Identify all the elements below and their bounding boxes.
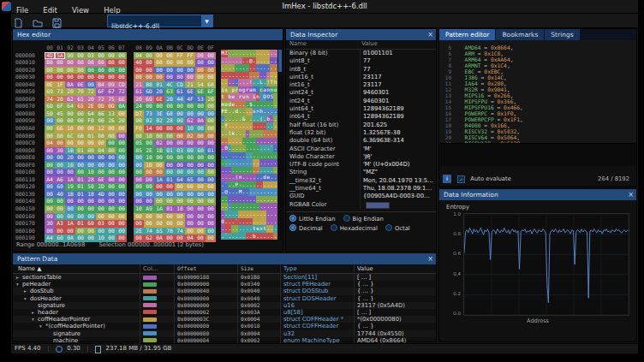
close-icon[interactable]: × (427, 253, 433, 264)
code-line[interactable]: 8 ARMNT = 0x1C4, (439, 60, 636, 66)
inspector-row[interactable]: double (64 bit)6.36963E-314 (286, 137, 436, 145)
color-swatch (366, 202, 390, 209)
pattern-row[interactable]: signature0x000000800x0004u3217744 (0x455… (13, 330, 436, 337)
tab-strings[interactable]: Strings (545, 29, 579, 40)
auto-evaluate-label: Auto evaluate (470, 175, 511, 182)
hex-scrollbar[interactable] (278, 50, 282, 240)
pattern-editor-statusbar: i ✓ Auto evaluate 264 / 8192 (439, 173, 636, 185)
pattern-color-swatch (143, 338, 157, 342)
pattern-row[interactable]: ▸dosStub0x000000400x0040struct DOSStub{ … (13, 288, 436, 294)
tree-arrow-icon[interactable]: ▾ (39, 323, 45, 329)
code-line[interactable]: 10 I386 = 0x14C, (439, 72, 636, 78)
code-line[interactable]: 7 ARM64 = 0xAA64, (439, 54, 636, 60)
pattern-color-swatch (143, 317, 157, 322)
hex-footer: Range 000000..1A0698 Selection 000000..0… (13, 240, 283, 250)
inspector-row[interactable]: __time32_tMon, 20.04.1970 13:51:41 (286, 177, 436, 185)
inspector-row[interactable]: RGBA8 Color (286, 201, 436, 209)
inspector-row[interactable]: int8_t77 (286, 66, 436, 74)
tab-data-inspector[interactable]: Data Inspector × (286, 29, 436, 40)
info-icon[interactable]: i (443, 175, 451, 183)
tree-arrow-icon[interactable]: ▾ (32, 316, 38, 323)
hex-scrollbar-thumb[interactable] (278, 50, 282, 72)
radio-octal[interactable]: Octal (385, 225, 410, 232)
code-line[interactable]: 9 EBC = 0xEBC, (439, 66, 636, 72)
inspector-row[interactable]: int64_t12894362189 (286, 113, 436, 121)
pattern-editor-panel: Pattern editor Bookmarks Strings 5 AMD64… (438, 28, 637, 187)
inspector-row[interactable]: uint16_t23117 (286, 74, 436, 81)
code-editor[interactable]: 5 AMD64 = 0x8664,6 ARM = 0x1C0,7 ARM64 =… (439, 40, 636, 143)
inspector-row[interactable]: Binary (8 bit)01001101 (286, 50, 436, 57)
code-line[interactable]: 11 IA64 = 0x200, (439, 78, 636, 84)
inspector-row[interactable]: int24_t9460301 (286, 98, 436, 105)
tree-arrow-icon[interactable]: ▾ (16, 281, 22, 288)
toolbar: libstdc++-6.dll ▼ (11, 14, 638, 28)
inspector-row[interactable]: half float (16 bit)201.625 (286, 122, 436, 129)
pattern-row[interactable]: machine0x000000840x0002enum MachineTypeA… (13, 337, 436, 343)
memory-label: 237.18 MB / 31.95 GB (106, 345, 172, 352)
code-line[interactable]: 18 R4000 = 0x166, (439, 120, 636, 126)
inspector-row[interactable]: uint24_t9460301 (286, 89, 436, 97)
pattern-color-swatch (143, 331, 157, 335)
code-line[interactable]: 6 ARM = 0x1C0, (439, 48, 636, 54)
inspector-row[interactable]: GUID{00905A4D-0003-0000-0400-0000FFFF000… (286, 193, 436, 200)
inspector-row[interactable]: UTF-8 code point'M' (U+0x004D) (286, 161, 436, 169)
endian-group: Little EndianBig Endian (289, 215, 432, 224)
code-line[interactable]: 16 POWERPC = 0x1F0, (439, 108, 636, 114)
pattern-row[interactable]: ▸sectionsTable0x000001880x01B8Section[11… (13, 274, 436, 281)
pattern-row[interactable]: ▸header0x000000020x003Au8[58][ ... ] (13, 309, 436, 316)
tab-data-information[interactable]: Data Information × (439, 189, 636, 200)
task-progress-icon (56, 346, 63, 353)
file-select-dropdown[interactable]: libstdc++-6.dll ▼ (107, 15, 213, 27)
code-line[interactable]: 14 MIPSFPU = 0x366, (439, 96, 636, 102)
inspector-row[interactable]: String"MZ" (286, 169, 436, 176)
inspector-header: Name Value (286, 40, 436, 50)
inspector-row[interactable]: uint8_t77 (286, 57, 436, 65)
pattern-color-swatch (143, 324, 157, 329)
chevron-down-icon[interactable]: ▼ (201, 15, 212, 27)
hex-rows: 0000004D5A90000300000004000000FFFF0000MZ… (13, 50, 283, 240)
pattern-row[interactable]: ▾*(coffHeaderPointer)0x000000800x0018str… (13, 323, 436, 329)
inspector-row[interactable]: float (32 bit)1.32567E-38 (286, 129, 436, 137)
inspector-row[interactable]: ASCII Character'M' (286, 145, 436, 153)
tab-pattern-editor[interactable]: Pattern editor (439, 29, 495, 40)
code-line[interactable]: 13 MIPS16 = 0x266, (439, 90, 636, 96)
window-title: ImHex - libstdc++-6.dll (282, 0, 367, 13)
inspector-row[interactable]: uint64_t12894362189 (286, 105, 436, 113)
tab-pattern-data[interactable]: Pattern Data × (13, 253, 436, 264)
tab-bookmarks[interactable]: Bookmarks (496, 29, 544, 40)
code-line[interactable]: 15 MIPSFPU16 = 0x466, (439, 102, 636, 108)
pattern-data-header: Name ▲Col...OffsetSizeTypeValue (13, 264, 436, 274)
tree-arrow-icon[interactable]: ▾ (24, 295, 30, 302)
code-line[interactable]: 12 M32R = 0x9041, (439, 84, 636, 90)
entropy-chart[interactable] (463, 213, 629, 316)
radio-decimal[interactable]: Decimal (289, 225, 323, 232)
radio-hexadecimal[interactable]: Hexadecimal (331, 225, 378, 232)
tree-arrow-icon[interactable]: ▸ (24, 288, 30, 294)
inspector-row[interactable]: Wide Character'婍' (286, 153, 436, 161)
inspector-row[interactable]: int16_t23117 (286, 81, 436, 89)
close-icon[interactable]: × (427, 29, 433, 40)
load-label: 0.30 (67, 345, 80, 352)
entropy-section-label: Entropy (439, 200, 636, 212)
selection-label: Selection 000000..000001 (2 bytes) (98, 241, 203, 248)
pattern-row[interactable]: signature0x000000000x0002u1623117 (0x5A4… (13, 302, 436, 309)
tree-arrow-icon[interactable]: ▸ (32, 309, 38, 316)
pattern-row[interactable]: ▾peHeader0x000000000x0340struct PEHeader… (13, 281, 436, 288)
code-line[interactable]: 20 RISCV64 = 0x5064, (439, 132, 636, 138)
hex-row[interactable]: 000190A4600A000010000000620A0000040000.`… (13, 232, 283, 240)
radio-big-endian[interactable]: Big Endian (343, 216, 384, 223)
pattern-row[interactable]: ▾dosHeader0x000000000x0040struct DOSHead… (13, 295, 436, 302)
tree-arrow-icon[interactable]: ▸ (16, 274, 22, 281)
auto-evaluate-checkbox[interactable]: ✓ (457, 175, 465, 183)
tab-hex-editor[interactable]: Hex editor (13, 29, 283, 40)
pattern-console[interactable] (439, 143, 636, 166)
radio-little-endian[interactable]: Little Endian (289, 216, 336, 223)
data-information-panel: Data Information × Entropy 1.00.80.60.40… (438, 188, 637, 342)
code-line[interactable]: 5 AMD64 = 0x8664, (439, 42, 636, 48)
pattern-color-swatch (143, 282, 157, 287)
close-icon[interactable]: × (628, 189, 634, 200)
pattern-row[interactable]: ▾coffHeaderPointer0x0000003C0x0004struct… (13, 316, 436, 323)
inspector-row[interactable]: __time64_tThu, 18.08.2378 09:16:29 (286, 185, 436, 193)
code-line[interactable]: 19 RISCV32 = 0x5032, (439, 126, 636, 132)
code-line[interactable]: 17 POWERPCFP = 0x1F1, (439, 114, 636, 120)
